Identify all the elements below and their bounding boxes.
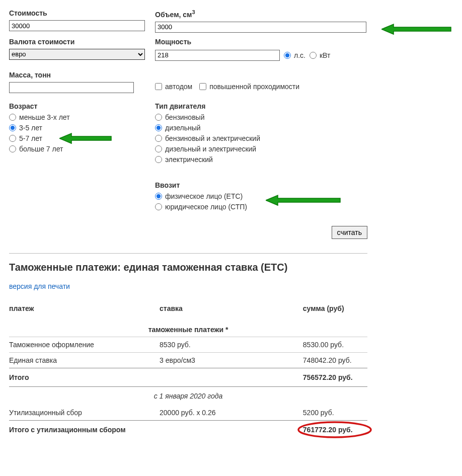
separator (9, 253, 367, 254)
currency-select[interactable]: евро (9, 49, 145, 60)
table-row: Таможенное оформление 8530 руб. 8530.00 … (9, 337, 367, 352)
age-option-radio-0[interactable] (9, 114, 16, 121)
importer-option-radio-0[interactable] (155, 193, 162, 200)
age-option-label-2: 5-7 лет (19, 134, 42, 142)
header-rate: ставка (160, 300, 303, 316)
importer-option-radio-1[interactable] (155, 203, 162, 210)
table-row: Единая ставка 3 евро/см3 748042.20 руб. (9, 352, 367, 368)
volume-input[interactable] (155, 22, 366, 33)
offroad-label: повышенной проходимости (209, 83, 299, 91)
importer-option-label-0: физическое лицо (ЕТС) (165, 192, 243, 200)
svg-marker-1 (59, 133, 111, 143)
power-unit-kw-radio[interactable] (310, 52, 317, 59)
mass-input[interactable] (9, 82, 134, 93)
header-payment: платеж (9, 300, 160, 316)
row-cost-volume: Стоимость Объем, см3 (9, 9, 453, 33)
svg-marker-0 (381, 24, 451, 34)
results-title: Таможенные платежи: единая таможенная ст… (9, 262, 453, 273)
grand-total-row: Итого с утилизационным сбором 761772.20 … (9, 420, 367, 439)
power-unit-hp-label: л.с. (294, 51, 305, 59)
engine-option-radio-4[interactable] (155, 156, 162, 163)
cost-input[interactable] (9, 20, 145, 31)
age-option-label-1: 3-5 лет (19, 124, 42, 132)
engine-option-label-0: бензиновый (165, 113, 204, 121)
from-date: с 1 января 2020 года (9, 386, 367, 405)
engine-option-label-3: дизельный и электрический (165, 145, 256, 153)
section-customs-title: таможенные платежи * (9, 316, 367, 337)
age-label: Возраст (9, 102, 145, 110)
engine-option-radio-2[interactable] (155, 135, 162, 142)
util-fee-row: Утилизационный сбор 20000 руб. x 0.26 52… (9, 405, 367, 421)
engine-option-label-2: бензиновый и электрический (165, 134, 260, 142)
engine-option-label-4: электрический (165, 155, 213, 164)
age-option-label-0: меньше 3-х лет (19, 113, 70, 121)
power-unit-hp-radio[interactable] (284, 52, 291, 59)
arrow-left-icon (381, 23, 452, 35)
results-table: платеж ставка сумма (руб) таможенные пла… (9, 300, 367, 439)
row-mass: Масса, тонн автодом повышенной проходимо… (9, 71, 453, 93)
engine-option-radio-1[interactable] (155, 124, 162, 131)
arrow-left-icon (59, 132, 112, 144)
engine-option-radio-0[interactable] (155, 114, 162, 121)
header-sum: сумма (руб) (303, 300, 367, 316)
motorhome-label: автодом (165, 83, 192, 91)
age-option-radio-2[interactable] (9, 135, 16, 142)
calculate-button[interactable]: считать (332, 226, 367, 239)
motorhome-checkbox[interactable] (155, 83, 162, 90)
volume-label: Объем, см3 (155, 9, 366, 19)
row-importer: Ввозит физическое лицо (ЕТС)юридическое … (9, 181, 453, 213)
cost-label: Стоимость (9, 9, 145, 17)
engine-label: Тип двигателя (155, 102, 366, 110)
arrow-left-icon (266, 194, 341, 206)
power-label: Мощность (155, 38, 366, 46)
engine-option-label-1: дизельный (165, 124, 201, 132)
engine-option-radio-3[interactable] (155, 145, 162, 152)
power-input[interactable] (155, 50, 280, 61)
grand-total-sum: 761772.20 руб. (303, 426, 353, 434)
currency-label: Валюта стоимости (9, 38, 145, 46)
age-option-radio-1[interactable] (9, 124, 16, 131)
subtotal-row: Итого 756572.20 руб. (9, 368, 367, 386)
mass-label: Масса, тонн (9, 71, 145, 79)
offroad-checkbox[interactable] (199, 83, 206, 90)
importer-option-label-1: юридическое лицо (СТП) (165, 203, 247, 211)
row-age-engine: Возраст меньше 3-х лет3-5 лет5-7 летболь… (9, 102, 453, 166)
print-link[interactable]: версия для печати (9, 282, 70, 290)
importer-label: Ввозит (155, 181, 366, 189)
age-option-label-3: больше 7 лет (19, 145, 63, 153)
power-unit-kw-label: кВт (320, 51, 330, 59)
svg-marker-2 (266, 195, 340, 205)
row-currency-power: Валюта стоимости евро Мощность л.с. кВт (9, 38, 453, 62)
age-option-radio-3[interactable] (9, 145, 16, 152)
